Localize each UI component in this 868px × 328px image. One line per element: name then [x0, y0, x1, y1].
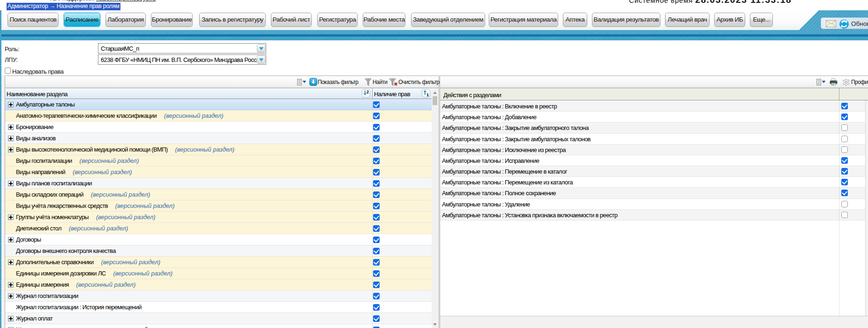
- svg-text:2: 2: [367, 90, 369, 94]
- svg-text:1: 1: [427, 92, 429, 97]
